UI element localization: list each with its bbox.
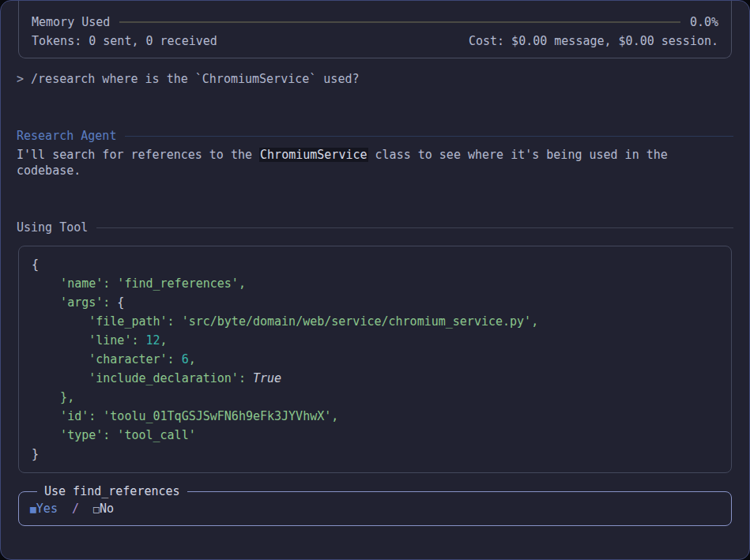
code-line: },	[32, 388, 723, 407]
code-token: 'character':	[89, 352, 181, 366]
code-line: 'args': {	[32, 293, 723, 312]
tokens-count-text: Tokens: 0 sent, 0 received	[32, 32, 217, 51]
using-tool-title: Using Tool	[17, 220, 88, 235]
code-token: {	[117, 295, 124, 310]
agent-message: I'll search for references to the Chromi…	[17, 147, 733, 179]
no-option[interactable]: □No	[93, 502, 114, 516]
code-token: 'name': 'find_references',	[60, 276, 246, 291]
tool-confirm-title: Use find_references	[37, 484, 187, 498]
code-token: 12	[145, 333, 160, 348]
code-line: 'character': 6,	[32, 350, 723, 369]
user-command-text: /research where is the `ChromiumService`…	[31, 72, 359, 86]
selected-square-icon: ■	[30, 503, 36, 515]
code-line: 'type': 'tool_call'	[32, 426, 723, 445]
code-token: True	[253, 371, 281, 385]
code-token: 'id': 'toolu_01TqGSJSwFN6h9eFk3JYVhwX',	[60, 409, 338, 423]
yes-label: Yes	[36, 502, 58, 516]
code-line: 'name': 'find_references',	[32, 274, 723, 293]
memory-progress-bar	[119, 21, 680, 23]
code-token: 'type': 'tool_call'	[60, 428, 196, 442]
options-separator: /	[72, 502, 79, 516]
memory-row: Memory Used 0.0%	[32, 13, 718, 32]
tool-confirm-dialog: Use find_references ■Yes / □No	[18, 484, 732, 526]
user-prompt-line: > /research where is the `ChromiumServic…	[17, 71, 733, 87]
prompt-caret: >	[17, 72, 24, 86]
inline-code-chip: ChromiumService	[259, 148, 367, 162]
tokens-cost-row: Tokens: 0 sent, 0 received Cost: $0.00 m…	[32, 32, 718, 51]
tool-call-json: {'name': 'find_references','args': {'fil…	[18, 246, 732, 473]
terminal-window: Memory Used 0.0% Tokens: 0 sent, 0 recei…	[0, 0, 750, 560]
research-agent-heading: Research Agent	[17, 128, 733, 144]
chat-transcript: > /research where is the `ChromiumServic…	[1, 71, 749, 526]
code-token: ,	[160, 333, 168, 348]
heading-rule	[96, 227, 733, 228]
code-token: 'args':	[60, 295, 117, 310]
heading-rule	[125, 136, 733, 137]
code-token: 6	[182, 352, 189, 366]
memory-used-label: Memory Used	[32, 13, 110, 32]
code-line: {	[32, 255, 723, 274]
code-line: 'line': 12,	[32, 331, 723, 350]
unselected-square-icon: □	[93, 503, 100, 515]
code-line: 'file_path': 'src/byte/domain/web/servic…	[32, 312, 723, 331]
using-tool-heading: Using Tool	[17, 220, 733, 235]
session-stats-panel: Memory Used 0.0% Tokens: 0 sent, 0 recei…	[18, 1, 732, 58]
code-line: }	[32, 445, 723, 464]
memory-percent-value: 0.0%	[690, 13, 718, 32]
code-line: 'id': 'toolu_01TqGSJSwFN6h9eFk3JYVhwX',	[32, 407, 723, 426]
no-label: No	[100, 502, 114, 516]
confirm-options-row: ■Yes / □No	[30, 500, 720, 518]
yes-option[interactable]: ■Yes	[30, 502, 58, 516]
code-token: }	[32, 447, 39, 461]
code-token: 'line':	[89, 333, 145, 348]
code-line: 'include_declaration': True	[32, 369, 723, 388]
code-token: 'file_path': 'src/byte/domain/web/servic…	[89, 314, 538, 329]
cost-text: Cost: $0.00 message, $0.00 session.	[469, 32, 718, 51]
research-agent-title: Research Agent	[17, 128, 116, 144]
code-token: 'include_declaration':	[89, 371, 253, 385]
code-token: {	[32, 257, 39, 272]
agent-message-text: I'll search for references to the	[17, 148, 259, 162]
code-token: },	[60, 390, 74, 404]
code-token: ,	[189, 352, 196, 366]
